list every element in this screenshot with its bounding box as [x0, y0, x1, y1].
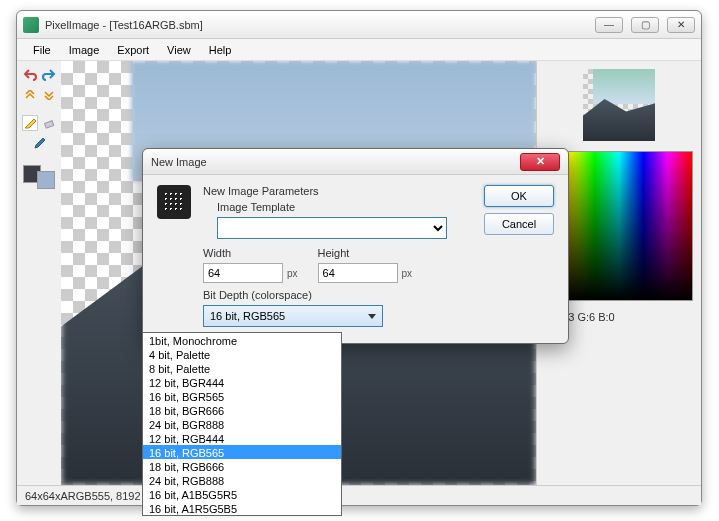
- maximize-button[interactable]: ▢: [631, 17, 659, 33]
- background-swatch[interactable]: [37, 171, 55, 189]
- color-swatches: [23, 165, 55, 189]
- eraser-tool-icon[interactable]: [41, 115, 57, 131]
- svg-rect-0: [44, 121, 53, 128]
- bitdepth-option[interactable]: 1bit, Monochrome: [143, 333, 341, 347]
- bitdepth-dropdown-list[interactable]: 1bit, Monochrome4 bit, Palette8 bit, Pal…: [142, 332, 342, 516]
- bitdepth-value: 16 bit, RGB565: [210, 310, 285, 322]
- ok-button[interactable]: OK: [484, 185, 554, 207]
- bitdepth-option[interactable]: 12 bit, RGB444: [143, 431, 341, 445]
- menu-file[interactable]: File: [25, 42, 59, 58]
- statusbar: 64x64xARGB555, 8192 bytes B: 248): [17, 485, 701, 505]
- bitdepth-option[interactable]: 8 bit, Palette: [143, 361, 341, 375]
- menu-view[interactable]: View: [159, 42, 199, 58]
- dialog-buttons: OK Cancel: [484, 185, 554, 327]
- menu-export[interactable]: Export: [109, 42, 157, 58]
- new-image-dialog: New Image ✕ New Image Parameters Image T…: [142, 148, 569, 344]
- bitdepth-option[interactable]: 18 bit, BGR666: [143, 403, 341, 417]
- thumbnail[interactable]: [583, 69, 655, 141]
- pencil-tool-icon[interactable]: [22, 115, 38, 131]
- width-label: Width: [203, 247, 298, 259]
- dialog-heading: New Image Parameters: [203, 185, 472, 197]
- bitdepth-option[interactable]: 16 bit, BGR565: [143, 389, 341, 403]
- width-input[interactable]: [203, 263, 283, 283]
- bitdepth-option[interactable]: 12 bit, BGR444: [143, 375, 341, 389]
- height-label: Height: [318, 247, 413, 259]
- eyedropper-tool-icon[interactable]: [31, 135, 47, 151]
- bitdepth-option[interactable]: 16 bit, A1B5G5R5: [143, 487, 341, 501]
- dialog-title-text: New Image: [151, 156, 520, 168]
- undo-icon[interactable]: [22, 67, 38, 83]
- bitdepth-option[interactable]: 24 bit, RGB888: [143, 473, 341, 487]
- expand-up-icon[interactable]: [22, 87, 38, 103]
- template-label: Image Template: [217, 201, 472, 213]
- bitdepth-option[interactable]: 18 bit, RGB666: [143, 459, 341, 473]
- dialog-close-button[interactable]: ✕: [520, 153, 560, 171]
- expand-down-icon[interactable]: [41, 87, 57, 103]
- close-button[interactable]: ✕: [667, 17, 695, 33]
- bitdepth-label: Bit Depth (colorspace): [203, 289, 472, 301]
- dialog-body: New Image Parameters Image Template Widt…: [143, 175, 568, 343]
- titlebar[interactable]: PixelImage - [Test16ARGB.sbm] — ▢ ✕: [17, 11, 701, 39]
- redo-icon[interactable]: [41, 67, 57, 83]
- bitdepth-option[interactable]: 16 bit, RGB565: [143, 445, 341, 459]
- app-icon: [23, 17, 39, 33]
- dialog-titlebar[interactable]: New Image ✕: [143, 149, 568, 175]
- window-title: PixelImage - [Test16ARGB.sbm]: [45, 19, 595, 31]
- chevron-down-icon: [368, 314, 376, 319]
- cancel-button[interactable]: Cancel: [484, 213, 554, 235]
- dialog-fields: New Image Parameters Image Template Widt…: [203, 185, 472, 327]
- template-select[interactable]: [217, 217, 447, 239]
- width-unit: px: [287, 268, 298, 279]
- menu-image[interactable]: Image: [61, 42, 108, 58]
- bitdepth-option[interactable]: 16 bit, A1R5G5B5: [143, 501, 341, 515]
- bitdepth-combobox[interactable]: 16 bit, RGB565: [203, 305, 383, 327]
- menubar: File Image Export View Help: [17, 39, 701, 61]
- bitdepth-option[interactable]: 4 bit, Palette: [143, 347, 341, 361]
- height-input[interactable]: [318, 263, 398, 283]
- toolbox: [17, 61, 61, 485]
- height-unit: px: [402, 268, 413, 279]
- minimize-button[interactable]: —: [595, 17, 623, 33]
- window-controls: — ▢ ✕: [595, 17, 695, 33]
- bitdepth-option[interactable]: 24 bit, BGR888: [143, 417, 341, 431]
- dialog-icon: [157, 185, 191, 219]
- menu-help[interactable]: Help: [201, 42, 240, 58]
